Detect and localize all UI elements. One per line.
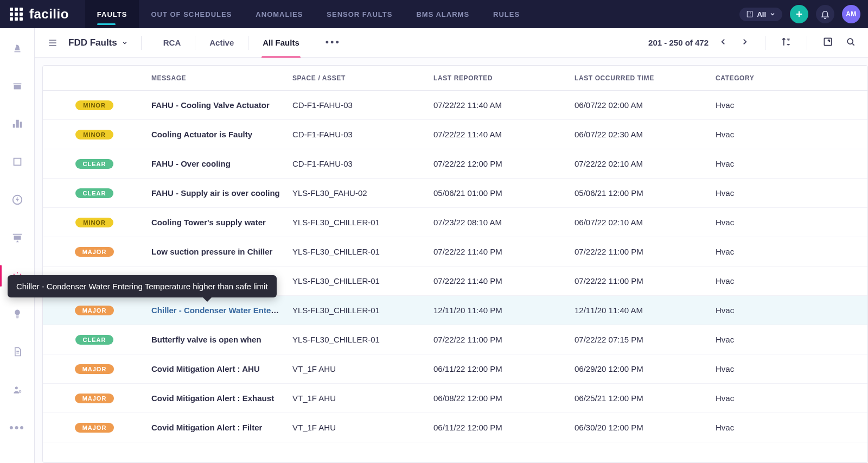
cell-severity: MINOR bbox=[43, 218, 146, 227]
subnav-filter[interactable]: All Faults bbox=[261, 35, 301, 50]
cell-message[interactable]: FAHU - Supply air is over cooling bbox=[146, 188, 287, 198]
subnav-filter[interactable]: RCA bbox=[162, 35, 182, 50]
cell-space: VT_1F AHU bbox=[287, 423, 428, 432]
top-nav-tab[interactable]: FAULTS bbox=[85, 0, 139, 28]
top-nav-tab[interactable]: SENSOR FAULTS bbox=[315, 0, 404, 28]
cell-message[interactable]: FAHU - Cooling Valve Actuator bbox=[146, 100, 287, 110]
top-nav-tabs: FAULTSOUT OF SCHEDULESANOMALIESSENSOR FA… bbox=[85, 0, 532, 28]
col-last-occurred[interactable]: LAST OCCURRED TIME bbox=[569, 74, 710, 82]
logo-block[interactable]: facilio bbox=[0, 7, 79, 22]
side-item-schedule[interactable] bbox=[8, 152, 27, 172]
severity-badge: MAJOR bbox=[75, 306, 114, 315]
cell-actions: ⋮ bbox=[829, 304, 868, 317]
avatar[interactable]: AM bbox=[842, 5, 860, 23]
subnav-filters: RCAActiveAll Faults bbox=[155, 35, 308, 50]
cell-message[interactable]: Butterfly valve is open when bbox=[146, 335, 287, 344]
cell-last-reported: 07/22/22 11:40 PM bbox=[428, 247, 569, 256]
top-nav-tab[interactable]: RULES bbox=[481, 0, 532, 28]
calendar-wrench-icon bbox=[11, 156, 23, 168]
top-nav-right: All AM bbox=[739, 5, 860, 23]
severity-badge: MAJOR bbox=[75, 423, 114, 433]
svg-point-3 bbox=[19, 391, 21, 392]
cell-category: Hvac bbox=[710, 218, 829, 227]
col-actions[interactable] bbox=[829, 73, 868, 83]
top-nav-tab[interactable]: ANOMALIES bbox=[244, 0, 315, 28]
cell-last-occurred: 06/07/22 02:10 AM bbox=[569, 218, 710, 227]
side-item-docs[interactable] bbox=[8, 342, 27, 361]
list-toggle-button[interactable] bbox=[44, 35, 61, 51]
table-row[interactable]: CLEARFAHU - Over coolingCD-F1-FAHU-0307/… bbox=[43, 149, 867, 179]
side-item-lamp[interactable] bbox=[8, 304, 27, 324]
table-row[interactable]: CLEARButterfly valve is open whenYLS-FL3… bbox=[43, 325, 867, 354]
chevron-down-icon bbox=[122, 40, 128, 46]
top-nav-tab[interactable]: BMS ALARMS bbox=[404, 0, 481, 28]
cell-message[interactable]: Covid Mitigation Alert : AHU bbox=[146, 364, 287, 373]
table-row[interactable]: CLEARFAHU - Supply air is over coolingYL… bbox=[43, 179, 867, 208]
dots-horizontal-icon: ••• bbox=[9, 421, 25, 435]
side-item-users[interactable] bbox=[8, 380, 27, 399]
chevron-left-icon bbox=[718, 37, 728, 47]
apps-grid-icon[interactable] bbox=[10, 8, 23, 21]
side-item-dashboard[interactable] bbox=[8, 38, 27, 58]
view-title-dropdown[interactable]: FDD Faults bbox=[68, 37, 128, 48]
cell-message[interactable]: Cooling Actuator is Faulty bbox=[146, 130, 287, 139]
cell-actions: 259 bbox=[829, 188, 868, 198]
table-row[interactable]: MAJORCovid Mitigation Alert : AHUVT_1F A… bbox=[43, 354, 867, 384]
cell-actions: 396 bbox=[829, 130, 868, 139]
more-filters-button[interactable]: ••• bbox=[326, 37, 341, 48]
building-icon bbox=[746, 10, 754, 18]
next-page-button[interactable] bbox=[738, 35, 752, 50]
prev-page-button[interactable] bbox=[716, 35, 730, 50]
table-row[interactable]: MAJORLow suction pressure in ChillerYLS-… bbox=[43, 237, 867, 267]
cell-last-occurred: 06/29/20 12:00 PM bbox=[569, 364, 710, 373]
cell-actions: 218 bbox=[829, 100, 868, 110]
cell-actions: 214 bbox=[829, 247, 868, 257]
cell-message[interactable]: Covid Mitigation Alert : Filter bbox=[146, 423, 287, 432]
cell-severity: CLEAR bbox=[43, 188, 146, 198]
svg-point-2 bbox=[15, 386, 17, 389]
export-button[interactable] bbox=[820, 34, 835, 51]
cell-message[interactable]: Cooling Tower's supply water bbox=[146, 218, 287, 227]
table-row[interactable]: MAJORCovid Mitigation Alert : FilterVT_1… bbox=[43, 413, 867, 442]
cell-message[interactable]: Chiller - Condenser Water Entering bbox=[146, 306, 287, 315]
plus-icon bbox=[794, 9, 804, 19]
side-item-energy[interactable] bbox=[8, 190, 27, 210]
search-icon bbox=[845, 36, 856, 47]
chevron-down-icon bbox=[769, 11, 776, 17]
col-last-reported[interactable]: LAST REPORTED bbox=[428, 74, 569, 82]
cell-message[interactable]: Covid Mitigation Alert : Exhaust bbox=[146, 394, 287, 403]
cell-last-occurred: 07/22/22 11:00 PM bbox=[569, 276, 710, 286]
col-category[interactable]: CATEGORY bbox=[710, 74, 829, 82]
add-button[interactable] bbox=[790, 5, 808, 23]
divider bbox=[765, 36, 765, 50]
cell-space: YLS-FL30_CHILLER-01 bbox=[287, 247, 428, 256]
search-button[interactable] bbox=[843, 34, 858, 51]
table-row[interactable]: MINORCooling Tower's supply waterYLS-FL3… bbox=[43, 208, 867, 237]
severity-badge: CLEAR bbox=[75, 159, 114, 169]
buildings-icon bbox=[11, 118, 23, 130]
col-space[interactable]: SPACE / ASSET bbox=[287, 74, 428, 82]
list-icon bbox=[47, 37, 58, 48]
scope-selector[interactable]: All bbox=[739, 8, 782, 21]
table-row[interactable]: MINORCooling Actuator is FaultyCD-F1-FAH… bbox=[43, 120, 867, 149]
subnav-filter[interactable]: Active bbox=[208, 35, 235, 50]
table-row[interactable]: MAJORChiller - Condenser Water EnteringY… bbox=[43, 296, 867, 325]
side-item-archive[interactable] bbox=[8, 76, 27, 96]
cell-severity: MAJOR bbox=[43, 306, 146, 315]
chess-knight-icon bbox=[11, 42, 23, 54]
sort-button[interactable]: AZ bbox=[778, 34, 794, 51]
top-nav-tab[interactable]: OUT OF SCHEDULES bbox=[139, 0, 244, 28]
side-item-assets[interactable] bbox=[8, 114, 27, 134]
side-item-analytics[interactable] bbox=[8, 228, 27, 248]
cell-space: YLS-FL30_CHILLER-01 bbox=[287, 335, 428, 344]
side-item-more[interactable]: ••• bbox=[8, 418, 27, 437]
cell-message[interactable]: Low suction pressure in Chiller bbox=[146, 247, 287, 256]
notifications-button[interactable] bbox=[816, 5, 834, 23]
pagination-label: 201 - 250 of 472 bbox=[648, 38, 709, 47]
col-message[interactable]: MESSAGE bbox=[146, 74, 287, 82]
faults-table: MESSAGE SPACE / ASSET LAST REPORTED LAST… bbox=[42, 65, 868, 463]
cell-message[interactable]: FAHU - Over cooling bbox=[146, 159, 287, 168]
archive-icon bbox=[11, 80, 23, 92]
table-row[interactable]: MAJORCovid Mitigation Alert : ExhaustVT_… bbox=[43, 384, 867, 413]
table-row[interactable]: MINORFAHU - Cooling Valve ActuatorCD-F1-… bbox=[43, 91, 867, 120]
